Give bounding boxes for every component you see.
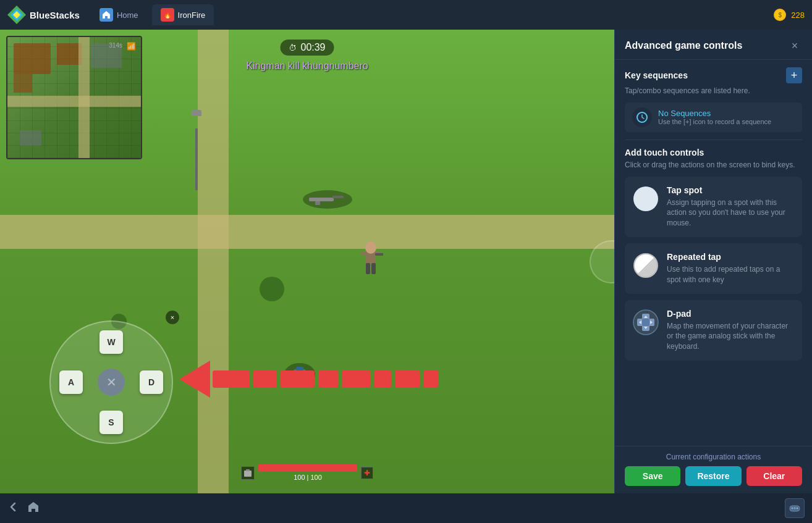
coins-display: $ 228: [774, 9, 805, 21]
minimap-building-3: [14, 74, 32, 93]
health-text: 100 | 100: [258, 474, 357, 481]
svg-rect-16: [244, 471, 252, 477]
minimap-road: [7, 96, 141, 107]
back-button[interactable]: [7, 501, 20, 516]
coins-value: 228: [791, 10, 805, 20]
repeated-tap-name: Repeated tap: [667, 252, 795, 262]
pad-key-up[interactable]: W: [99, 330, 123, 354]
tab-home[interactable]: Home: [91, 4, 147, 25]
health-bar-container: 100 | 100: [258, 464, 357, 481]
coin-icon: $: [774, 9, 786, 21]
health-bar-fill: [258, 464, 357, 472]
hud-health: 100 | 100 ✚: [241, 464, 373, 481]
house-icon: [101, 10, 111, 20]
top-bar: BlueStacks Home 🔥 IronFire $ 228: [0, 0, 812, 30]
bluestacks-icon: [7, 6, 26, 24]
key-sequences-desc: Tap/combo sequences are listed here.: [625, 86, 802, 96]
footer-buttons: Save Restore Clear: [625, 466, 802, 486]
repeated-tap-icon: [632, 252, 659, 279]
arrow-dashes: [213, 370, 438, 388]
sequence-name: No Sequences: [658, 109, 771, 118]
game-timer: ⏱ 00:39: [280, 40, 334, 56]
tap-circle: [633, 186, 658, 211]
svg-rect-17: [246, 469, 250, 471]
key-sequences-title: Key sequences: [625, 70, 688, 80]
repeated-tap-desc: Use this to add repeated taps on a spot …: [667, 264, 795, 285]
minimap-signal-icon: 📶: [127, 42, 136, 51]
ironfire-tab-icon: 🔥: [161, 8, 174, 22]
control-card-repeated-tap[interactable]: Repeated tap Use this to add repeated ta…: [625, 243, 802, 294]
panel-title: Advanced game controls: [625, 40, 742, 51]
tap-spot-name: Tap spot: [667, 185, 795, 195]
bottom-bar: [0, 493, 812, 523]
pad-circle: W S A D ✕: [49, 320, 173, 444]
panel-close-button[interactable]: ×: [787, 38, 802, 53]
dpad-name: D-pad: [667, 309, 795, 319]
dpad-info: D-pad Map the movement of your character…: [667, 309, 795, 352]
back-icon: [7, 501, 20, 513]
pad-center: ✕: [98, 369, 125, 396]
key-sequences-section: Key sequences + Tap/combo sequences are …: [625, 67, 802, 132]
tap-spot-info: Tap spot Assign tapping on a spot with t…: [667, 185, 795, 228]
arrow-dash-1: [213, 370, 250, 388]
player-character: [358, 240, 383, 277]
lamp-pole: [195, 128, 198, 190]
panel-header: Advanced game controls ×: [615, 30, 812, 60]
home-nav-button[interactable]: [27, 501, 40, 516]
restore-button[interactable]: Restore: [685, 466, 741, 486]
sequence-text-wrap: No Sequences Use the [+] icon to record …: [658, 109, 771, 125]
pad-key-down[interactable]: S: [99, 411, 123, 434]
game-area[interactable]: 📶 314s ⏱ 00:39 Kingman kill khungnumbero: [0, 30, 614, 493]
svg-rect-10: [360, 251, 366, 256]
repeated-tap-info: Repeated tap Use this to add repeated ta…: [667, 252, 795, 285]
bottom-game-icon[interactable]: [785, 498, 805, 518]
inventory-icon: [241, 466, 255, 480]
minimap-road-v: [78, 37, 90, 158]
dpad-svg-icon: [632, 309, 659, 336]
kill-message: Kingman kill khungnumbero: [246, 61, 368, 72]
sequence-hint: Use the [+] icon to record a sequence: [658, 118, 771, 125]
arrow-dash-4: [318, 370, 338, 388]
sequence-loop-icon: [636, 111, 648, 123]
arrow-dash-3: [281, 370, 315, 388]
add-touch-controls-desc: Click or drag the actions on the screen …: [625, 160, 802, 170]
svg-rect-3: [309, 198, 334, 201]
add-touch-controls-title: Add touch controls: [625, 148, 802, 157]
character-svg: [358, 240, 383, 277]
add-sequence-button[interactable]: +: [786, 67, 802, 83]
clear-button[interactable]: Clear: [746, 466, 802, 486]
bottom-bar-right: [785, 498, 805, 518]
pad-key-right[interactable]: D: [140, 370, 163, 394]
dpad-icon-wrap: [632, 309, 659, 336]
movement-pad[interactable]: × W S A D ✕: [49, 320, 173, 444]
pad-key-left[interactable]: A: [59, 370, 83, 394]
save-button[interactable]: Save: [625, 466, 680, 486]
sequence-item-no-sequences: No Sequences Use the [+] icon to record …: [625, 103, 802, 132]
minimap-inner: 📶 314s: [7, 37, 141, 158]
arrow-dash-8: [423, 370, 438, 388]
item-gun: [303, 190, 352, 209]
arrow-dash-5: [342, 370, 370, 388]
game-controller-icon: [789, 503, 800, 514]
tab-home-label: Home: [117, 10, 138, 20]
tab-ironfire[interactable]: 🔥 IronFire: [152, 4, 214, 25]
tap-spot-icon: [632, 185, 659, 212]
divider-1: [625, 140, 802, 140]
minimap: 📶 314s: [6, 36, 142, 159]
bag-icon: [243, 469, 252, 477]
control-card-dpad[interactable]: D-pad Map the movement of your character…: [625, 300, 802, 361]
health-cross-icon: ✚: [361, 467, 373, 479]
tap-spot-desc: Assign tapping on a spot with this actio…: [667, 198, 795, 228]
pad-close-button[interactable]: ×: [166, 311, 179, 324]
svg-rect-5: [315, 201, 320, 205]
arrow-indicator: [179, 361, 438, 398]
svg-point-30: [792, 508, 793, 509]
minimap-building-1: [14, 43, 51, 74]
svg-rect-8: [366, 263, 370, 274]
main-content: 📶 314s ⏱ 00:39 Kingman kill khungnumbero: [0, 30, 812, 493]
svg-rect-9: [371, 263, 376, 274]
config-title: Current configuration actions: [625, 453, 802, 461]
control-card-tap-spot[interactable]: Tap spot Assign tapping on a spot with t…: [625, 177, 802, 237]
road-vertical: [198, 30, 229, 493]
app-name: BlueStacks: [30, 10, 80, 20]
